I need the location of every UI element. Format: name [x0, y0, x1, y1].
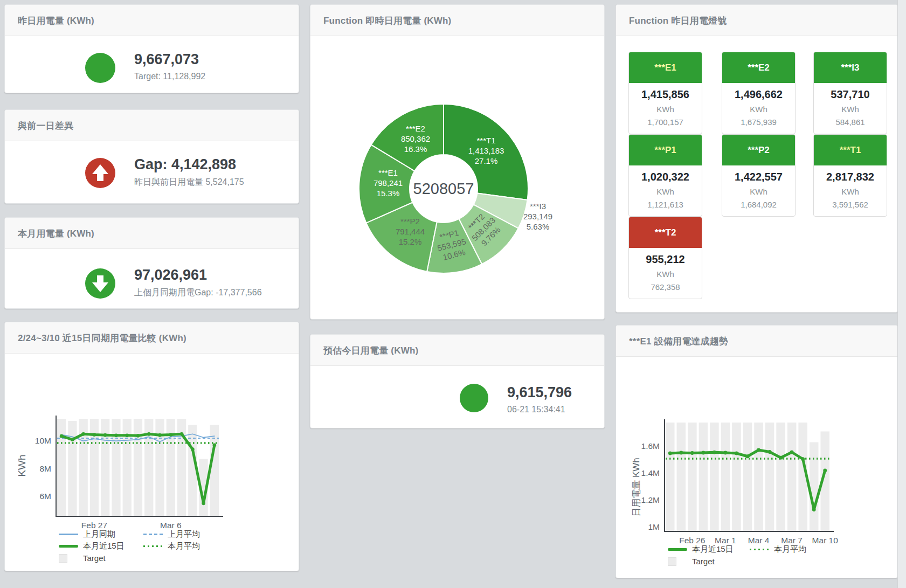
- svg-text:日用電量 KWh: 日用電量 KWh: [631, 458, 641, 517]
- card-title-trend-chart: ***E1 設備用電達成趨勢: [616, 326, 897, 357]
- light-tile-unit: KWh: [814, 187, 887, 196]
- yesterday-usage-value: 9,667,073: [134, 51, 205, 68]
- light-tile-unit: KWh: [629, 105, 702, 114]
- light-tile-name: ***E2: [722, 52, 795, 83]
- light-tile-t2: ***T2955,212KWh762,358: [628, 217, 702, 299]
- card-compare-chart: 2/24~3/10 近15日同期用電量比較 (KWh) 6M8M10MFeb 2…: [4, 322, 299, 571]
- legend-label: 本月平均: [168, 541, 200, 551]
- pie-label-e2: ***E2850,36216.3%: [401, 123, 430, 154]
- svg-text:1.4M: 1.4M: [641, 468, 660, 478]
- legend-item-target[interactable]: Target: [668, 557, 750, 565]
- legend-item-target[interactable]: Target: [59, 554, 143, 562]
- card-trend-chart: ***E1 設備用電達成趨勢 1M1.2M1.4M1.6MFeb 26Mar 1…: [615, 325, 898, 578]
- legend-swatch-icon: [59, 534, 78, 535]
- card-title-lights-board: Function 昨日用電燈號: [616, 5, 897, 36]
- svg-text:1.6M: 1.6M: [641, 441, 660, 451]
- legend-label: 上月同期: [83, 529, 115, 539]
- compare-chart-legend: 上月同期上月平均本月近15日本月平均Target: [59, 530, 228, 562]
- legend-label: 上月平均: [168, 529, 200, 539]
- light-tile-unit: KWh: [629, 187, 702, 196]
- pie-label-t1: ***T11,413,18327.1%: [468, 135, 504, 166]
- card-title-estimate-today: 預估今日用電量 (KWh): [310, 335, 604, 366]
- svg-text:Mar 10: Mar 10: [812, 536, 839, 545]
- legend-item-series[interactable]: 上月平均: [143, 530, 228, 538]
- light-tile-value: 955,212: [629, 253, 702, 266]
- svg-text:1.2M: 1.2M: [641, 495, 660, 504]
- legend-swatch-icon: [143, 545, 163, 548]
- svg-text:6M: 6M: [39, 492, 51, 501]
- legend-swatch-icon: [59, 554, 78, 563]
- svg-text:Mar 4: Mar 4: [748, 536, 770, 545]
- light-tile-t1: ***T12,817,832KWh3,591,562: [813, 134, 887, 217]
- legend-label: Target: [83, 554, 106, 563]
- month-usage-value: 97,026,961: [134, 267, 262, 283]
- light-tile-name: ***P2: [722, 135, 795, 165]
- legend-swatch-icon: [668, 557, 687, 566]
- light-tile-i3: ***I3537,710KWh584,861: [813, 52, 887, 134]
- svg-text:KWh: KWh: [16, 454, 27, 476]
- legend-swatch-icon: [59, 545, 78, 548]
- card-title-month-usage: 本月用電量 (KWh): [5, 218, 299, 249]
- light-tile-unit: KWh: [722, 105, 795, 114]
- light-tile-target: 1,675,939: [722, 117, 795, 127]
- legend-swatch-icon: [668, 548, 687, 551]
- compare-line-chart: 6M8M10MFeb 27Mar 6KWh: [5, 355, 300, 534]
- light-tile-target: 1,121,613: [629, 200, 702, 209]
- arrow-up-circle-icon: [85, 158, 115, 190]
- light-tile-target: 762,358: [629, 282, 702, 292]
- page-scrollbar[interactable]: [897, 0, 906, 588]
- svg-text:Mar 6: Mar 6: [160, 521, 182, 530]
- card-title-yesterday-usage: 昨日用電量 (KWh): [5, 5, 299, 36]
- pie-label-p2: ***P2791,44415.2%: [396, 216, 425, 247]
- light-tile-value: 537,710: [814, 88, 887, 101]
- card-title-compare-chart: 2/24~3/10 近15日同期用電量比較 (KWh): [5, 322, 299, 354]
- estimate-today-value: 9,615,796: [507, 384, 572, 401]
- svg-text:8M: 8M: [39, 464, 51, 473]
- legend-swatch-icon: [750, 549, 769, 551]
- light-tile-p2: ***P21,422,557KWh1,684,092: [722, 134, 796, 217]
- svg-text:1M: 1M: [648, 522, 660, 531]
- legend-item-series[interactable]: 本月近15日: [668, 545, 750, 554]
- card-lights-board: Function 昨日用電燈號 ***E11,415,856KWh1,700,1…: [615, 4, 898, 313]
- svg-text:Feb 27: Feb 27: [81, 521, 107, 530]
- trend-line-chart: 1M1.2M1.4M1.6MFeb 26Mar 1Mar 4Mar 7Mar 1…: [616, 359, 898, 549]
- light-tile-value: 1,496,662: [722, 88, 795, 101]
- estimate-today-stat: 9,615,796 06-21 15:34:41: [507, 384, 572, 414]
- legend-label: 本月平均: [774, 544, 806, 555]
- light-tile-value: 1,020,322: [629, 171, 702, 183]
- legend-label: Target: [692, 557, 715, 566]
- legend-item-series[interactable]: 本月近15日: [59, 542, 143, 550]
- estimate-today-timestamp: 06-21 15:34:41: [507, 405, 572, 414]
- light-tile-unit: KWh: [629, 269, 702, 279]
- light-tile-value: 1,415,856: [629, 88, 702, 101]
- light-tile-name: ***E1: [629, 52, 702, 83]
- pie-center-label: 5208057: [413, 180, 474, 197]
- light-tile-name: ***T2: [629, 217, 702, 248]
- arrow-down-circle-icon: [85, 268, 115, 301]
- light-tile-value: 1,422,557: [722, 171, 795, 183]
- light-tile-p1: ***P11,020,322KWh1,121,613: [628, 134, 702, 217]
- pie-label-e1: ***E1798,24115.3%: [374, 168, 403, 198]
- card-realtime-pie: Function 即時日用電量 (KWh) 5208057 ***T11,413…: [310, 4, 605, 320]
- svg-text:10M: 10M: [35, 436, 51, 445]
- svg-text:Feb 26: Feb 26: [679, 536, 705, 545]
- status-circle-icon: [85, 53, 115, 85]
- legend-item-series[interactable]: 本月平均: [143, 542, 228, 550]
- legend-item-series[interactable]: 本月平均: [750, 545, 832, 554]
- light-tile-name: ***T1: [814, 135, 887, 165]
- day-gap-sub: 昨日與前日用電量 5,524,175: [134, 177, 244, 188]
- card-estimate-today: 預估今日用電量 (KWh) 9,615,796 06-21 15:34:41: [310, 334, 605, 428]
- legend-item-series[interactable]: 上月同期: [59, 530, 143, 538]
- month-usage-sub: 上個月同期用電Gap: -17,377,566: [134, 287, 262, 299]
- trend-chart-legend: 本月近15日本月平均Target: [668, 545, 832, 565]
- day-gap-value: Gap: 4,142,898: [134, 156, 244, 173]
- svg-text:Mar 7: Mar 7: [781, 536, 803, 545]
- light-tile-unit: KWh: [814, 105, 887, 114]
- legend-swatch-icon: [143, 534, 163, 535]
- svg-text:Mar 1: Mar 1: [715, 536, 736, 545]
- legend-label: 本月近15日: [692, 544, 734, 555]
- yesterday-usage-target: Target: 11,128,992: [134, 72, 205, 81]
- legend-label: 本月近15日: [83, 541, 125, 551]
- month-usage-stat: 97,026,961 上個月同期用電Gap: -17,377,566: [134, 267, 262, 299]
- light-tile-target: 584,861: [814, 117, 887, 127]
